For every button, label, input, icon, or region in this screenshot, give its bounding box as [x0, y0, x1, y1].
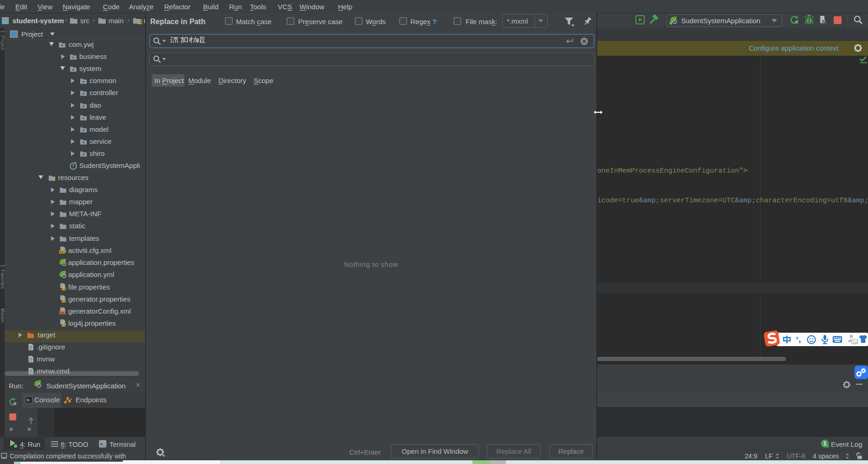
svg-text:>: > — [26, 398, 30, 403]
svg-text:1: 1 — [823, 440, 827, 447]
svg-text:12: 12 — [853, 340, 857, 344]
svg-text:>_: >_ — [100, 442, 107, 447]
